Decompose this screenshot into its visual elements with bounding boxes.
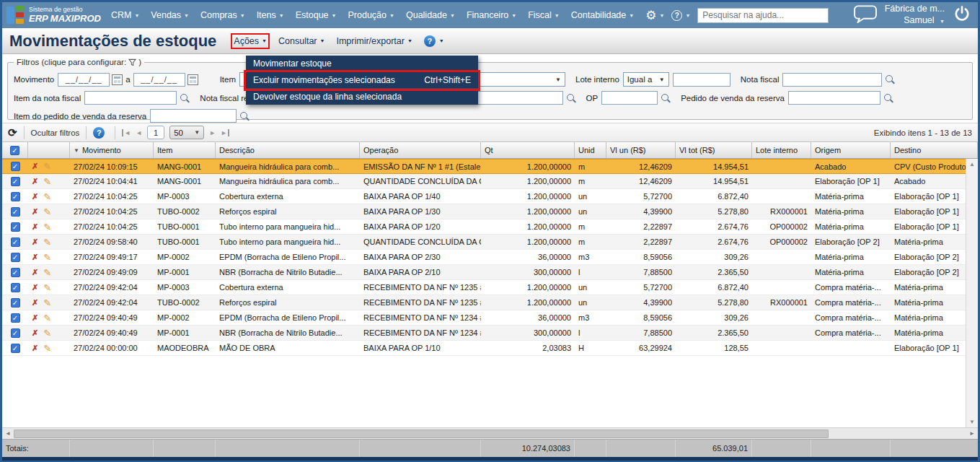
delete-row-icon[interactable]: ✗ [32, 192, 38, 201]
edit-row-icon[interactable]: ✎ [43, 252, 51, 263]
table-row[interactable]: ✓✗✎27/02/24 10:04:25MP-0003Cobertura ext… [2, 189, 966, 204]
table-row[interactable]: ✓✗✎27/02/24 09:49:09MP-0001NBR (Borracha… [2, 265, 966, 280]
scroll-left-icon[interactable]: ◄ [2, 430, 14, 437]
next-page-icon[interactable]: ► [209, 129, 216, 136]
table-row[interactable]: ✓✗✎27/02/24 09:40:49MP-0001NBR (Borracha… [2, 326, 966, 341]
row-checkbox[interactable]: ✓ [11, 177, 20, 186]
calendar-icon[interactable] [112, 74, 123, 85]
table-row[interactable]: ✓✗✎27/02/24 09:40:49MP-0002EPDM (Borrach… [2, 310, 966, 326]
col-header-vltot[interactable]: Vl tot (R$) [676, 142, 752, 158]
menu-imprimir-exportar[interactable]: Imprimir/exportar▼ [336, 36, 412, 46]
delete-row-icon[interactable]: ✗ [32, 298, 38, 308]
row-checkbox[interactable]: ✓ [11, 298, 20, 308]
col-header-destino[interactable]: Destino [891, 142, 978, 158]
scroll-down-icon[interactable]: ▼ [969, 417, 975, 427]
edit-row-icon[interactable]: ✎ [43, 161, 51, 172]
first-page-icon[interactable]: ◄ [122, 129, 131, 136]
row-checkbox[interactable]: ✓ [11, 162, 20, 171]
delete-row-icon[interactable]: ✗ [32, 162, 38, 171]
vertical-scrollbar[interactable]: ▲ ▼ [966, 159, 978, 427]
table-row[interactable]: ✓✗✎27/02/24 10:04:41MANG-0001Mangueira h… [2, 174, 966, 189]
chevron-down-icon[interactable]: ▼ [439, 38, 444, 43]
topbar-menu-itens[interactable]: Itens▼ [257, 10, 284, 20]
settings-menu[interactable]: ⚙▼ [645, 9, 664, 22]
item-nf-input[interactable] [84, 91, 177, 105]
table-row[interactable]: ✓✗✎27/02/24 00:00:00MAODEOBRAMÃO DE OBRA… [2, 341, 966, 356]
scroll-right-icon[interactable]: ► [966, 430, 978, 437]
page-help-icon[interactable]: ? [424, 35, 436, 47]
col-header-item[interactable]: Item [154, 142, 216, 158]
menu-acoes[interactable]: Ações▼ [234, 36, 267, 46]
hide-filters-button[interactable]: Ocultar filtros [31, 128, 80, 137]
refresh-icon[interactable]: ⟳ [8, 126, 17, 139]
delete-row-icon[interactable]: ✗ [32, 268, 38, 277]
col-header-unid[interactable]: Unid [575, 142, 606, 158]
edit-row-icon[interactable]: ✎ [43, 267, 51, 278]
select-all-checkbox[interactable]: ✓ [10, 146, 19, 155]
topbar-menu-crm[interactable]: CRM▼ [111, 10, 139, 20]
page-size-select[interactable]: 50▼ [169, 126, 204, 139]
table-row[interactable]: ✓✗✎27/02/24 10:04:25TUBO-0002Reforços es… [2, 204, 966, 219]
topbar-menu-vendas[interactable]: Vendas▼ [151, 10, 189, 20]
table-row[interactable]: ✓✗✎27/02/24 09:58:40TUBO-0001Tubo intern… [2, 235, 966, 250]
date-to-input[interactable] [133, 73, 185, 87]
search-icon[interactable] [180, 93, 190, 103]
dropdown-item[interactable]: Movimentar estoque [246, 56, 478, 72]
delete-row-icon[interactable]: ✗ [32, 313, 38, 323]
topbar-menu-qualidade[interactable]: Qualidade▼ [406, 10, 455, 20]
menu-consultar[interactable]: Consultar▼ [278, 36, 325, 46]
search-icon[interactable] [566, 93, 576, 103]
calendar-icon[interactable] [187, 74, 198, 85]
col-header-lote[interactable]: Lote interno [752, 142, 811, 158]
delete-row-icon[interactable]: ✗ [32, 237, 38, 247]
topbar-menu-fiscal[interactable]: Fiscal▼ [528, 10, 560, 20]
account-menu[interactable]: Fábrica de m... Samuel ▼ [885, 4, 945, 26]
lote-operator-select[interactable]: Igual a▼ [623, 72, 669, 87]
delete-row-icon[interactable]: ✗ [32, 283, 38, 292]
edit-row-icon[interactable]: ✎ [43, 328, 51, 339]
col-header-movimento[interactable]: ▼Movimento [70, 142, 154, 158]
scroll-up-icon[interactable]: ▲ [969, 159, 975, 170]
search-icon[interactable] [883, 93, 893, 103]
help-menu[interactable]: ?▼ [671, 10, 690, 21]
table-row[interactable]: ✓✗✎27/02/24 09:49:17MP-0002EPDM (Borrach… [2, 250, 966, 265]
search-icon[interactable] [885, 74, 895, 84]
col-header-origem[interactable]: Origem [811, 142, 891, 158]
row-checkbox[interactable]: ✓ [11, 192, 20, 201]
topbar-menu-contabilidade[interactable]: Contabilidade▼ [571, 10, 634, 20]
row-checkbox[interactable]: ✓ [11, 253, 20, 262]
col-header-vlun[interactable]: Vl un (R$) [606, 142, 676, 158]
dropdown-item[interactable]: Excluir movimentações selecionadasCtrl+S… [246, 72, 478, 89]
current-page-box[interactable]: 1 [147, 126, 164, 139]
filters-legend[interactable]: Filtros (clique para configurar: ) [14, 58, 144, 66]
edit-row-icon[interactable]: ✎ [43, 297, 51, 308]
date-from-input[interactable] [58, 73, 110, 87]
edit-row-icon[interactable]: ✎ [43, 191, 51, 202]
scrollbar-thumb[interactable] [14, 430, 829, 438]
delete-row-icon[interactable]: ✗ [32, 328, 38, 338]
lote-interno-input[interactable] [673, 73, 730, 87]
table-row[interactable]: ✓✗✎27/02/24 10:04:25TUBO-0001Tubo intern… [2, 219, 966, 235]
delete-row-icon[interactable]: ✗ [32, 177, 38, 186]
edit-row-icon[interactable]: ✎ [43, 176, 51, 187]
search-icon[interactable] [239, 111, 250, 121]
topbar-menu-estoque[interactable]: Estoque▼ [296, 10, 337, 20]
row-checkbox[interactable]: ✓ [11, 328, 20, 338]
help-search-input[interactable] [697, 8, 829, 23]
edit-row-icon[interactable]: ✎ [43, 237, 51, 248]
edit-row-icon[interactable]: ✎ [43, 222, 51, 232]
edit-row-icon[interactable]: ✎ [43, 343, 51, 354]
toolbar-help-icon[interactable]: ? [93, 127, 105, 139]
delete-row-icon[interactable]: ✗ [32, 344, 38, 353]
op-input[interactable] [601, 91, 658, 105]
row-checkbox[interactable]: ✓ [11, 344, 20, 353]
delete-row-icon[interactable]: ✗ [32, 253, 38, 262]
row-checkbox[interactable]: ✓ [11, 268, 20, 277]
prev-page-icon[interactable]: ◄ [136, 129, 142, 136]
table-row[interactable]: ✓✗✎27/02/24 10:09:15MANG-0001Mangueira h… [2, 159, 966, 174]
col-header-operacao[interactable]: Operação [360, 142, 481, 158]
topbar-menu-produção[interactable]: Produção▼ [348, 10, 394, 20]
edit-row-icon[interactable]: ✎ [43, 282, 51, 293]
row-checkbox[interactable]: ✓ [11, 313, 20, 323]
topbar-menu-financeiro[interactable]: Financeiro▼ [467, 10, 516, 20]
